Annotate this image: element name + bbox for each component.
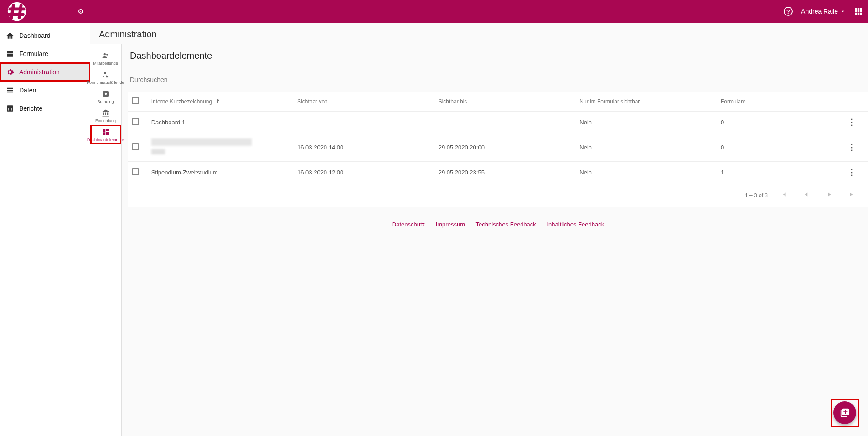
chevron-down-icon [840, 8, 846, 15]
svg-rect-7 [860, 8, 862, 10]
col-header-name[interactable]: Interne Kurzbezeichnung [148, 92, 294, 112]
user-menu[interactable]: Andrea Raile [801, 8, 846, 15]
status-dot-icon [78, 9, 83, 14]
svg-rect-31 [106, 129, 108, 131]
sidebar-item-label: Berichte [19, 105, 42, 112]
sidebar-item-formulare[interactable]: Formulare [0, 45, 90, 63]
svg-rect-10 [860, 10, 862, 13]
subnav-mitarbeitende[interactable]: Mitarbeitende [91, 49, 121, 68]
table-row[interactable]: Dashboard 1--Nein0⋮ [128, 112, 868, 133]
cell-only: Nein [576, 133, 717, 162]
institution-icon [102, 109, 110, 117]
pagination: 1 – 3 of 3 [128, 183, 868, 207]
first-page-button[interactable] [777, 190, 790, 200]
cell-only: Nein [576, 112, 717, 133]
svg-rect-23 [10, 107, 10, 111]
main-sidebar: Dashboard Formulare Administration Daten… [0, 23, 90, 436]
sidebar-item-administration[interactable]: Administration [0, 63, 90, 81]
dashboard-elements-table: Interne Kurzbezeichnung Sichtbar von Sic… [128, 92, 868, 183]
svg-point-25 [103, 53, 106, 56]
table-row[interactable]: Stipendium-Zweitstudium16.03.2020 12:002… [128, 162, 868, 183]
subnav-einrichtung[interactable]: Einrichtung [91, 106, 121, 125]
cell-name: Dashboard 1 [151, 119, 185, 126]
footer-link-datenschutz[interactable]: Datenschutz [392, 221, 425, 228]
cell-forms: 0 [717, 112, 844, 133]
next-page-button[interactable] [822, 190, 836, 200]
cell-forms: 0 [717, 133, 844, 162]
last-page-button[interactable] [845, 190, 859, 200]
col-header-only[interactable]: Nur im Formular sichtbar [576, 92, 717, 112]
sidebar-item-berichte[interactable]: Berichte [0, 99, 90, 118]
svg-rect-6 [858, 8, 860, 10]
svg-rect-17 [10, 54, 13, 57]
col-header-forms[interactable]: Formulare [717, 92, 844, 112]
subnav-label: Branding [97, 100, 114, 104]
add-element-fab[interactable] [833, 401, 856, 424]
row-checkbox[interactable] [132, 118, 139, 125]
subnav-label: Formularausfüllende [87, 81, 124, 85]
sidebar-item-label: Dashboard [19, 32, 51, 39]
subnav-dashboardelemente[interactable]: Dashboardelemente [91, 125, 121, 144]
table-row[interactable]: 16.03.2020 14:0029.05.2020 20:00Nein0⋮ [128, 133, 868, 162]
svg-rect-13 [860, 13, 862, 15]
row-more-menu[interactable]: ⋮ [847, 168, 856, 177]
gear-icon [5, 67, 15, 77]
cell-forms: 1 [717, 162, 844, 183]
page-title: Administration [90, 23, 868, 44]
app-header: ? Andrea Raile [0, 0, 868, 23]
svg-rect-24 [11, 108, 12, 111]
svg-rect-30 [103, 129, 105, 133]
search-input[interactable] [130, 76, 349, 83]
forms-icon [5, 49, 15, 58]
branding-icon [102, 90, 110, 98]
svg-rect-5 [855, 8, 858, 10]
footer-link-tech-feedback[interactable]: Technisches Feedback [476, 221, 536, 228]
person-edit-icon [102, 71, 110, 79]
footer-link-content-feedback[interactable]: Inhaltliches Feedback [547, 221, 604, 228]
sidebar-item-dashboard[interactable]: Dashboard [0, 26, 90, 45]
svg-rect-8 [855, 10, 858, 13]
redacted-text [151, 149, 165, 154]
svg-rect-9 [858, 10, 860, 13]
svg-rect-11 [855, 13, 858, 15]
prev-page-button[interactable] [800, 190, 813, 200]
select-all-checkbox[interactable] [132, 97, 139, 104]
cell-bis: 29.05.2020 20:00 [435, 133, 576, 162]
cell-name: Stipendium-Zweitstudium [151, 169, 218, 176]
svg-rect-19 [7, 90, 13, 91]
col-header-bis[interactable]: Sichtbar bis [435, 92, 576, 112]
fab-highlight [831, 399, 859, 427]
row-more-menu[interactable]: ⋮ [847, 118, 856, 127]
svg-rect-16 [7, 54, 10, 57]
svg-rect-20 [7, 92, 13, 93]
subnav-label: Mitarbeitende [93, 62, 118, 66]
cell-von: 16.03.2020 12:00 [294, 162, 435, 183]
row-more-menu[interactable]: ⋮ [847, 143, 856, 152]
help-icon[interactable]: ? [784, 7, 793, 16]
svg-rect-14 [7, 51, 10, 53]
row-checkbox[interactable] [132, 143, 139, 150]
search-field-wrap [130, 75, 349, 85]
svg-point-29 [104, 93, 107, 95]
sidebar-item-label: Administration [19, 68, 60, 76]
app-logo [5, 0, 28, 23]
col-header-von[interactable]: Sichtbar von [294, 92, 435, 112]
footer-link-impressum[interactable]: Impressum [436, 221, 465, 228]
user-name-label: Andrea Raile [801, 8, 838, 15]
people-icon [102, 51, 110, 60]
cell-bis: 29.05.2020 23:55 [435, 162, 576, 183]
data-icon [5, 86, 15, 95]
redacted-text [151, 138, 252, 146]
dashboard-icon [102, 128, 110, 136]
subnav-branding[interactable]: Branding [91, 87, 121, 106]
section-title: Dashboardelemente [128, 44, 868, 75]
subnav-label: Dashboardelemente [87, 138, 124, 143]
svg-point-27 [104, 72, 106, 74]
apps-icon[interactable] [854, 7, 863, 15]
sidebar-item-label: Formulare [19, 50, 48, 57]
svg-rect-18 [7, 88, 13, 89]
subnav-formularausfuellende[interactable]: Formularausfüllende [91, 68, 121, 87]
row-checkbox[interactable] [132, 168, 139, 175]
cell-only: Nein [576, 162, 717, 183]
sidebar-item-daten[interactable]: Daten [0, 81, 90, 99]
